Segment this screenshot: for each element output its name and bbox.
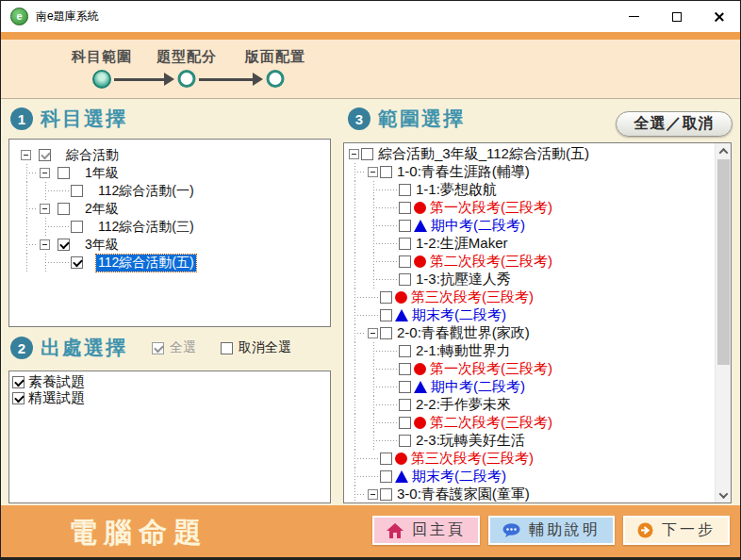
collapse-expander-icon[interactable]: [40, 204, 50, 214]
tree-item[interactable]: 期末考(二段考): [347, 306, 731, 324]
tree-item[interactable]: 1-2:生涯Maker: [347, 235, 731, 253]
collapse-expander-icon[interactable]: [368, 328, 378, 338]
tree-item-label[interactable]: 綜合活動_3年級_112綜合活動(五): [376, 145, 591, 163]
deselect-all-checkbox[interactable]: 取消全選: [221, 339, 291, 356]
tree-item[interactable]: 112綜合活動(三): [19, 218, 330, 236]
tree-item[interactable]: 第二次段考(三段考): [347, 253, 731, 271]
tree-item-label[interactable]: 第二次段考(三段考): [428, 253, 554, 271]
tree-item-label[interactable]: 2-1:轉動世界力: [414, 342, 513, 360]
tree-item-label[interactable]: 112綜合活動(五): [96, 255, 196, 272]
tree-item-label[interactable]: 期末考(二段考): [410, 468, 508, 486]
tree-item[interactable]: 期中考(二段考): [347, 217, 731, 235]
tree-item-label[interactable]: 期末考(二段考): [410, 306, 508, 324]
tree-item-label[interactable]: 2-2:手作夢未來: [414, 396, 513, 414]
tree-item-label[interactable]: 1年級: [83, 165, 121, 182]
scrollbar[interactable]: [715, 143, 731, 502]
maximize-button[interactable]: [655, 1, 698, 32]
select-all-checkbox[interactable]: 全選: [152, 339, 196, 356]
tree-item[interactable]: 綜合活動: [19, 146, 330, 164]
collapse-expander-icon[interactable]: [368, 167, 378, 177]
tree-item[interactable]: 2-0:青春觀世界(家政): [347, 324, 731, 342]
tree-item-label[interactable]: 第一次段考(三段考): [428, 360, 554, 378]
tree-item[interactable]: 綜合活動_3年級_112綜合活動(五): [347, 145, 731, 163]
tree-item[interactable]: 2年級: [19, 200, 330, 218]
tree-item[interactable]: 1-1:夢想啟航: [347, 181, 731, 199]
tree-checkbox[interactable]: [71, 185, 83, 197]
tree-checkbox[interactable]: [399, 435, 411, 447]
tree-item[interactable]: 112綜合活動(一): [19, 182, 330, 200]
tree-item[interactable]: 3年級: [19, 236, 330, 254]
tree-item-label[interactable]: 3-0:青春護家園(童軍): [395, 486, 532, 503]
tree-item-label[interactable]: 期中考(二段考): [429, 217, 527, 235]
tree-checkbox[interactable]: [58, 203, 70, 215]
collapse-expander-icon[interactable]: [40, 168, 50, 178]
tree-checkbox[interactable]: [399, 381, 411, 393]
tree-checkbox[interactable]: [399, 417, 411, 429]
tree-item-label[interactable]: 綜合活動: [64, 147, 121, 164]
tree-checkbox[interactable]: [399, 363, 411, 375]
tree-item-label[interactable]: 第一次段考(三段考): [428, 199, 554, 217]
tree-checkbox[interactable]: [380, 488, 392, 501]
tree-checkbox[interactable]: [380, 309, 392, 321]
tree-checkbox[interactable]: [361, 148, 373, 160]
scrollbar-down-button[interactable]: [716, 487, 731, 502]
tree-item-label[interactable]: 期中考(二段考): [429, 378, 527, 396]
tree-item-label[interactable]: 3年級: [83, 237, 121, 254]
tree-item[interactable]: 第一次段考(三段考): [347, 199, 731, 217]
collapse-expander-icon[interactable]: [368, 489, 378, 500]
list-item-checkbox[interactable]: [12, 392, 25, 404]
tree-item-label[interactable]: 第三次段考(三段考): [409, 288, 535, 306]
tree-item[interactable]: 期中考(二段考): [347, 378, 731, 396]
tree-checkbox[interactable]: [399, 184, 411, 196]
next-step-button[interactable]: 下一步: [623, 516, 730, 545]
collapse-expander-icon[interactable]: [40, 239, 50, 250]
tree-item[interactable]: 1年級: [19, 164, 330, 182]
tree-item[interactable]: 112綜合活動(五): [19, 254, 330, 272]
minimize-button[interactable]: [613, 1, 655, 32]
tree-item[interactable]: 第一次段考(三段考): [347, 360, 731, 378]
tree-checkbox[interactable]: [380, 291, 392, 304]
tree-item[interactable]: 2-1:轉動世界力: [347, 342, 731, 360]
tree-item[interactable]: 期末考(二段考): [347, 468, 731, 486]
tree-checkbox[interactable]: [380, 453, 392, 465]
tree-checkbox[interactable]: [71, 221, 83, 233]
scrollbar-up-button[interactable]: [716, 143, 731, 158]
tree-item[interactable]: 第二次段考(三段考): [347, 414, 731, 432]
tree-item[interactable]: 1-0:青春生涯路(輔導): [347, 163, 731, 181]
tree-item-label[interactable]: 第二次段考(三段考): [428, 414, 554, 432]
toggle-select-all-button[interactable]: 全選／取消: [616, 111, 733, 137]
tree-item[interactable]: 第三次段考(三段考): [347, 288, 731, 306]
tree-item-label[interactable]: 112綜合活動(三): [96, 219, 196, 236]
tree-checkbox[interactable]: [380, 327, 392, 339]
tree-item[interactable]: 2-2:手作夢未來: [347, 396, 731, 414]
list-item[interactable]: 精選試題: [10, 390, 330, 406]
collapse-expander-icon[interactable]: [21, 150, 31, 160]
tree-checkbox[interactable]: [58, 239, 70, 251]
tree-checkbox[interactable]: [380, 470, 392, 483]
tree-item-label[interactable]: 2-3:玩轉美好生活: [414, 432, 527, 450]
tree-checkbox[interactable]: [71, 256, 83, 269]
tree-checkbox[interactable]: [399, 255, 411, 268]
list-item-checkbox[interactable]: [12, 376, 25, 388]
tree-checkbox[interactable]: [399, 345, 411, 357]
tree-checkbox[interactable]: [399, 220, 411, 232]
tree-item-label[interactable]: 1-3:抗壓達人秀: [414, 271, 513, 288]
tree-item-label[interactable]: 1-0:青春生涯路(輔導): [395, 163, 532, 181]
tree-checkbox[interactable]: [399, 273, 411, 286]
tree-checkbox[interactable]: [380, 166, 392, 178]
tree-item[interactable]: 3-0:青春護家園(童軍): [347, 486, 731, 503]
tree-checkbox[interactable]: [399, 399, 411, 411]
help-button[interactable]: 輔助說明: [488, 516, 615, 545]
tree-item-label[interactable]: 1-1:夢想啟航: [414, 181, 499, 199]
tree-item-label[interactable]: 1-2:生涯Maker: [414, 235, 510, 253]
tree-item-label[interactable]: 112綜合活動(一): [96, 183, 196, 200]
collapse-expander-icon[interactable]: [349, 149, 359, 159]
tree-item-label[interactable]: 2-0:青春觀世界(家政): [395, 324, 532, 342]
tree-item[interactable]: 2-3:玩轉美好生活: [347, 432, 731, 450]
tree-item-label[interactable]: 2年級: [83, 201, 121, 218]
close-button[interactable]: [698, 1, 740, 32]
home-button[interactable]: 回主頁: [372, 516, 480, 545]
tree-item-label[interactable]: 第三次段考(三段考): [409, 450, 535, 468]
tree-item[interactable]: 1-3:抗壓達人秀: [347, 271, 731, 288]
tree-checkbox[interactable]: [58, 167, 70, 179]
